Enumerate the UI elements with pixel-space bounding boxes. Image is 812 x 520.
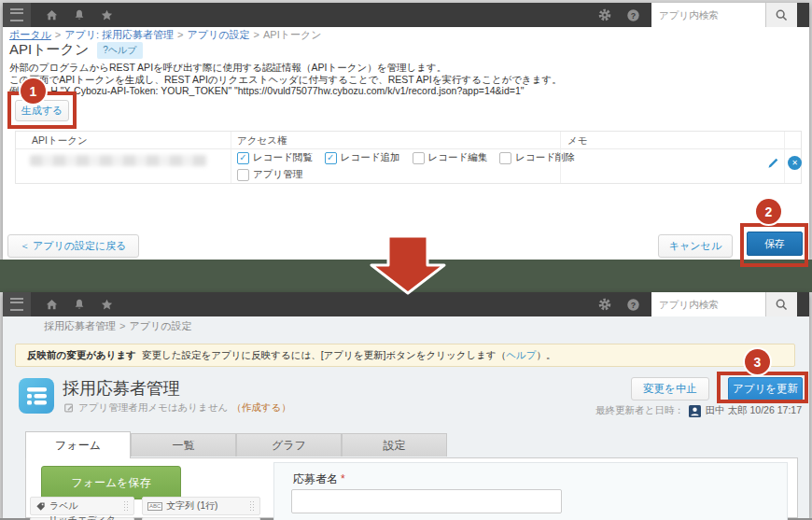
app-search bbox=[651, 292, 797, 316]
breadcrumb: ポータル>アプリ: 採用応募者管理>アプリの設定>APIトークン bbox=[9, 28, 322, 42]
app-search bbox=[651, 3, 797, 27]
search-icon bbox=[775, 298, 789, 312]
permission-row-1: ✓ レコード閲覧 ✓ レコード追加 レコード編集 レコード削除 bbox=[237, 151, 575, 164]
cancel-button[interactable]: キャンセル bbox=[658, 234, 733, 258]
gear-icon[interactable] bbox=[597, 7, 612, 22]
page-title: APIトークン bbox=[9, 41, 89, 59]
api-token-masked bbox=[30, 155, 207, 166]
palette-item-text-single[interactable]: ABC 文字列 (1行) bbox=[142, 497, 260, 515]
app-search-input[interactable] bbox=[651, 292, 765, 316]
edit-pencil-icon[interactable] bbox=[767, 157, 779, 169]
last-updated-value: 田中 太郎 10/26 17:17 bbox=[706, 404, 802, 417]
column-header-access: アクセス権 bbox=[237, 134, 287, 148]
search-button[interactable] bbox=[765, 292, 797, 316]
red-down-arrow-icon bbox=[358, 234, 457, 296]
form-editor-panel: フォームを保存 ラベル ABC 文字列 (1行) リッチエディター 文字列 (複… bbox=[25, 457, 798, 518]
tab-form[interactable]: フォーム bbox=[25, 431, 131, 458]
svg-text:?: ? bbox=[631, 300, 636, 309]
bell-icon[interactable] bbox=[73, 8, 86, 22]
breadcrumb-app-settings-link[interactable]: アプリの設定 bbox=[188, 29, 250, 40]
help-badge[interactable]: ?ヘルプ bbox=[97, 42, 142, 59]
tab-list[interactable]: 一覧 bbox=[131, 433, 236, 457]
screen2-app-settings: ? 採用応募者管理>アプリの設定 反映前の変更があります 変更した設定をアプリに… bbox=[3, 292, 809, 518]
form-save-button[interactable]: フォームを保存 bbox=[41, 466, 181, 499]
checkbox-record-edit[interactable] bbox=[413, 152, 425, 164]
app-search-input[interactable] bbox=[651, 3, 765, 27]
star-icon[interactable] bbox=[100, 298, 114, 312]
required-asterisk: * bbox=[341, 472, 345, 485]
gear-icon[interactable] bbox=[597, 297, 612, 312]
app-title: 採用応募者管理 bbox=[63, 377, 180, 400]
form-preview-canvas: 応募者名* bbox=[273, 462, 788, 520]
checkbox-record-delete[interactable] bbox=[499, 152, 511, 164]
page-title-row: APIトークン ?ヘルプ bbox=[9, 41, 143, 59]
checkbox-app-manage[interactable] bbox=[237, 169, 249, 181]
api-token-table: APIトークン アクセス権 メモ ✓ レコード閲覧 ✓ レコード追加 レコー bbox=[15, 131, 802, 184]
table-header-divider bbox=[16, 148, 801, 149]
breadcrumb-current: アプリの設定 bbox=[129, 320, 191, 331]
help-icon[interactable]: ? bbox=[626, 298, 640, 312]
banner-text-tail: ）。 bbox=[536, 349, 555, 362]
screen1-topbar: ? bbox=[3, 3, 809, 27]
hamburger-icon bbox=[10, 8, 23, 21]
annotation-step-2: 2 bbox=[756, 199, 781, 224]
permission-app-manage: アプリ管理 bbox=[237, 168, 302, 181]
screen1-api-token-settings: ? ポータル>アプリ: 採用応募者管理>アプリの設定>APIトークン APIトー… bbox=[3, 3, 809, 260]
delete-token-icon[interactable]: ✕ bbox=[788, 156, 802, 170]
hamburger-menu-button[interactable] bbox=[3, 292, 31, 316]
back-to-app-settings-button[interactable]: ＜ アプリの設定に戻る bbox=[7, 234, 139, 258]
column-header-api-token: APIトークン bbox=[32, 134, 88, 148]
pending-changes-banner: 反映前の変更があります 変更した設定をアプリに反映するには、[アプリを更新]ボタ… bbox=[15, 344, 795, 367]
banner-help-link[interactable]: ヘルプ bbox=[506, 349, 536, 362]
tab-settings[interactable]: 設定 bbox=[342, 433, 447, 457]
hamburger-menu-button[interactable] bbox=[3, 3, 31, 27]
permission-record-view: ✓ レコード閲覧 bbox=[237, 151, 313, 164]
breadcrumb-current: APIトークン bbox=[263, 29, 322, 40]
breadcrumb-app[interactable]: 採用応募者管理 bbox=[44, 320, 116, 331]
help-icon[interactable]: ? bbox=[626, 8, 640, 22]
tab-graph[interactable]: グラフ bbox=[236, 433, 342, 457]
permission-record-add: ✓ レコード追加 bbox=[325, 151, 400, 164]
example-curl-line: 例：curl -H "X-Cybozu-API-Token: YOUR_TOKE… bbox=[9, 85, 562, 97]
svg-text:?: ? bbox=[631, 10, 636, 20]
discard-changes-button[interactable]: 変更を中止 bbox=[631, 377, 709, 401]
drag-handle[interactable] bbox=[249, 500, 255, 512]
highlight-box-update bbox=[717, 372, 808, 403]
bell-icon[interactable] bbox=[73, 298, 86, 312]
field-label: 応募者名 bbox=[293, 472, 338, 485]
annotation-step-1: 1 bbox=[21, 78, 46, 104]
home-icon[interactable] bbox=[45, 298, 59, 312]
field-label-row: 応募者名* bbox=[293, 471, 345, 487]
tag-icon bbox=[35, 501, 46, 512]
hamburger-icon bbox=[10, 298, 23, 311]
description-line-1: 外部のプログラムからREST APIを呼び出す際に使用する認証情報（APIトーク… bbox=[9, 62, 562, 74]
checkbox-record-view[interactable]: ✓ bbox=[237, 152, 249, 164]
home-icon[interactable] bbox=[45, 8, 59, 22]
checkbox-record-add[interactable]: ✓ bbox=[325, 152, 337, 164]
highlight-box-save bbox=[740, 223, 808, 267]
abc-icon: ABC bbox=[147, 502, 162, 511]
last-updated-row: 最終更新者と日時： 田中 太郎 10/26 17:17 bbox=[3, 404, 802, 417]
screenshot-composite: ? ポータル>アプリ: 採用応募者管理>アプリの設定>APIトークン APIトー… bbox=[0, 0, 812, 520]
palette-item-label[interactable]: ラベル bbox=[30, 497, 134, 515]
column-header-memo: メモ bbox=[567, 134, 588, 148]
last-updated-label: 最終更新者と日時： bbox=[595, 404, 684, 417]
banner-text: 変更した設定をアプリに反映するには、[アプリを更新]ボタンをクリックします（ bbox=[142, 349, 506, 362]
drag-handle[interactable] bbox=[123, 500, 129, 512]
breadcrumb-app-link[interactable]: アプリ: 採用応募者管理 bbox=[64, 29, 174, 40]
search-icon bbox=[775, 8, 789, 22]
annotation-step-3: 3 bbox=[745, 349, 770, 374]
description-line-2: この画面でAPIトークンを生成し、REST APIのリクエストヘッダに付与するこ… bbox=[9, 74, 562, 86]
user-avatar-icon bbox=[689, 405, 701, 417]
search-button[interactable] bbox=[765, 3, 797, 27]
banner-bold-text: 反映前の変更があります bbox=[27, 349, 136, 362]
breadcrumb-portal-link[interactable]: ポータル bbox=[9, 29, 51, 40]
breadcrumb: 採用応募者管理>アプリの設定 bbox=[44, 319, 191, 333]
permission-record-edit: レコード編集 bbox=[413, 151, 488, 164]
applicant-name-input[interactable] bbox=[291, 489, 562, 513]
description: 外部のプログラムからREST APIを呼び出す際に使用する認証情報（APIトーク… bbox=[9, 62, 562, 97]
permission-row-2: アプリ管理 bbox=[237, 168, 302, 181]
permission-record-delete: レコード削除 bbox=[499, 151, 575, 164]
star-icon[interactable] bbox=[100, 8, 114, 22]
